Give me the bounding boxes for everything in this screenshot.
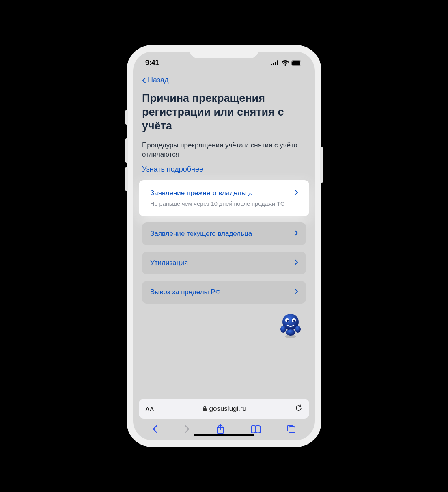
svg-rect-19	[289, 427, 295, 433]
option-title: Заявление прежнего владельца	[150, 189, 253, 197]
page-description: Процедуры прекращения учёта и снятия с у…	[142, 141, 306, 160]
reload-button[interactable]	[295, 404, 303, 414]
assistant-bot-icon[interactable]	[278, 312, 304, 339]
phone-frame: 9:41 Назад Причина прекращения регистрац…	[127, 45, 321, 447]
home-indicator[interactable]	[194, 434, 254, 436]
option-export[interactable]: Вывоз за пределы РФ	[142, 281, 306, 304]
wifi-icon	[282, 60, 289, 66]
svg-rect-3	[277, 60, 278, 65]
back-label: Назад	[148, 76, 169, 84]
svg-rect-1	[273, 63, 274, 66]
text-size-button[interactable]: AА	[145, 406, 154, 412]
phone-notch	[190, 45, 258, 58]
page-title: Причина прекращения регистрации или снят…	[142, 92, 306, 133]
back-button[interactable]: Назад	[142, 76, 169, 84]
cellular-signal-icon	[271, 60, 279, 65]
chevron-left-icon	[142, 77, 146, 84]
side-button	[125, 110, 128, 125]
tabs-button[interactable]	[286, 424, 296, 434]
option-previous-owner[interactable]: Заявление прежнего владельца Не раньше ч…	[139, 180, 309, 216]
side-button	[125, 138, 128, 163]
svg-rect-7	[302, 62, 302, 64]
nav-forward-button[interactable]	[184, 425, 190, 434]
option-title: Заявление текущего владельца	[150, 230, 252, 238]
tabs-icon	[286, 424, 296, 434]
bookmarks-button[interactable]	[250, 425, 261, 434]
nav-back-button[interactable]	[152, 425, 158, 434]
svg-point-15	[295, 326, 301, 333]
svg-point-11	[287, 320, 289, 322]
chevron-right-icon	[295, 288, 298, 296]
page-content: Назад Причина прекращения регистрации ил…	[133, 71, 315, 396]
url-bar[interactable]: AА gosuslugi.ru	[139, 399, 309, 419]
svg-point-14	[280, 326, 286, 333]
share-icon	[216, 424, 225, 434]
option-subtitle: Не раньше чем через 10 дней после продаж…	[150, 201, 298, 207]
lock-icon	[202, 406, 207, 412]
status-time: 9:41	[145, 59, 159, 67]
chevron-left-icon	[152, 425, 158, 434]
battery-icon	[291, 60, 303, 66]
more-link[interactable]: Узнать подробнее	[142, 165, 203, 174]
option-utilization[interactable]: Утилизация	[142, 252, 306, 274]
url-display: gosuslugi.ru	[202, 405, 247, 413]
phone-screen: 9:41 Назад Причина прекращения регистрац…	[133, 52, 315, 440]
option-current-owner[interactable]: Заявление текущего владельца	[142, 222, 306, 245]
option-title: Вывоз за пределы РФ	[150, 288, 221, 296]
browser-toolbar	[133, 419, 315, 440]
svg-rect-17	[203, 408, 207, 411]
chevron-right-icon	[295, 230, 298, 238]
svg-point-16	[286, 329, 295, 336]
domain-label: gosuslugi.ru	[209, 405, 247, 413]
svg-point-4	[285, 65, 286, 66]
svg-rect-6	[292, 61, 300, 65]
svg-rect-2	[275, 62, 276, 65]
side-button	[320, 147, 323, 183]
url-bar-container: AА gosuslugi.ru	[133, 396, 315, 419]
status-icons	[271, 60, 303, 66]
chevron-right-icon	[295, 189, 298, 197]
svg-rect-0	[271, 64, 272, 65]
chevron-right-icon	[184, 425, 190, 434]
option-title: Утилизация	[150, 259, 188, 267]
reload-icon	[295, 404, 303, 412]
side-button	[125, 167, 128, 191]
svg-point-13	[293, 320, 295, 322]
chevron-right-icon	[295, 259, 298, 267]
book-icon	[250, 425, 261, 434]
share-button[interactable]	[216, 424, 225, 434]
